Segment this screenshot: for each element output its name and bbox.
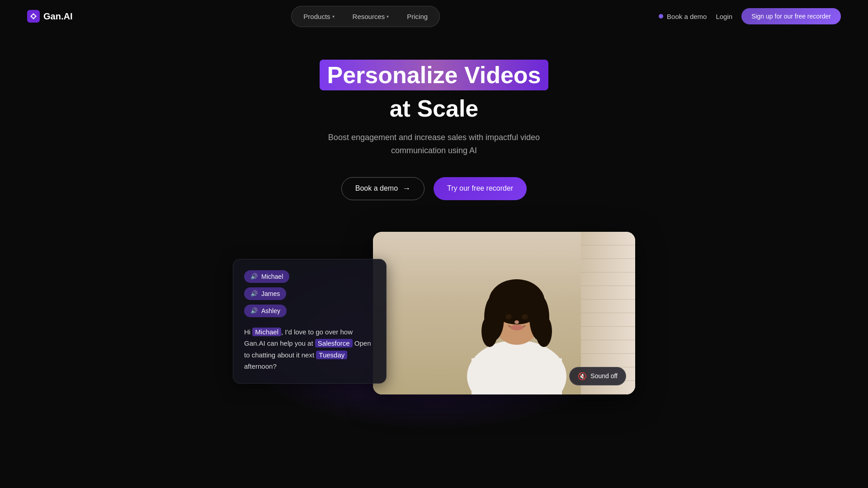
persona-michael-label: Michael: [261, 273, 283, 280]
video-player[interactable]: 🔇 Sound off: [373, 232, 635, 394]
book-demo-label: Book a demo: [355, 184, 398, 192]
blind-slat: [581, 313, 635, 327]
login-button[interactable]: Login: [716, 13, 732, 20]
blind-slat: [581, 300, 635, 313]
nav-resources[interactable]: Resources ▾: [344, 9, 397, 24]
name-highlight: Michael: [252, 328, 281, 336]
sound-icon: 🔊: [250, 290, 258, 297]
person-figure: [453, 241, 580, 394]
nav-menu: Products ▾ Resources ▾ Pricing: [291, 6, 440, 27]
blind-slat: [581, 259, 635, 272]
day-highlight: Tuesday: [316, 351, 347, 359]
hero-title: Personalize Videos at Scale: [9, 60, 859, 122]
end-text: afternoon?: [244, 362, 277, 370]
blind-slat: [581, 354, 635, 367]
blind-slat: [581, 327, 635, 340]
navbar: Gan.AI Products ▾ Resources ▾ Pricing Bo…: [0, 0, 868, 33]
try-recorder-button[interactable]: Try our free recorder: [434, 177, 527, 200]
svg-point-13: [510, 325, 523, 330]
nav-products[interactable]: Products ▾: [295, 9, 342, 24]
persona-card: 🔊 Michael 🔊 James 🔊 Ashley Hi Michael, I…: [233, 259, 387, 384]
chevron-down-icon: ▾: [332, 14, 335, 19]
hero-subtitle: Boost engagement and increase sales with…: [9, 131, 859, 157]
nav-pricing-label: Pricing: [407, 13, 428, 20]
signup-button[interactable]: Sign up for our free recorder: [741, 8, 841, 24]
chevron-down-icon: ▾: [387, 14, 389, 19]
persona-ashley[interactable]: 🔊 Ashley: [244, 305, 287, 317]
blind-slat: [581, 232, 635, 245]
arrow-icon: →: [402, 184, 410, 193]
sound-off-button[interactable]: 🔇 Sound off: [569, 367, 626, 385]
hero-title-main: at Scale: [9, 95, 859, 122]
nav-right: Book a demo Login Sign up for our free r…: [659, 8, 841, 24]
svg-point-10: [536, 315, 552, 347]
blind-slat: [581, 340, 635, 354]
persona-script-text: Hi Michael, I'd love to go over how Gan.…: [244, 326, 375, 372]
persona-james-label: James: [261, 290, 280, 297]
svg-rect-3: [472, 358, 562, 394]
svg-point-9: [481, 315, 498, 347]
logo-text: Gan.AI: [43, 11, 72, 22]
blind-slat: [581, 272, 635, 286]
logo-icon: [27, 10, 40, 23]
svg-point-14: [514, 320, 519, 324]
svg-point-1: [32, 15, 35, 18]
hero-title-highlight: Personalize Videos: [320, 60, 548, 90]
hero-subtitle-line2: communication using AI: [391, 146, 477, 155]
live-dot-icon: [659, 14, 663, 19]
greeting-text: Hi: [244, 328, 252, 336]
svg-point-11: [505, 314, 512, 319]
logo[interactable]: Gan.AI: [27, 10, 72, 23]
nav-products-label: Products: [303, 13, 330, 20]
sound-off-icon: 🔇: [578, 372, 587, 380]
sound-off-label: Sound off: [590, 372, 618, 380]
video-section: 🔊 Michael 🔊 James 🔊 Ashley Hi Michael, I…: [0, 232, 868, 394]
nav-resources-label: Resources: [353, 13, 385, 20]
book-demo-nav-button[interactable]: Book a demo: [659, 13, 707, 20]
nav-pricing[interactable]: Pricing: [399, 9, 436, 24]
book-demo-nav-label: Book a demo: [667, 13, 707, 20]
hero-section: Personalize Videos at Scale Boost engage…: [0, 33, 868, 218]
book-demo-button[interactable]: Book a demo →: [341, 177, 425, 200]
hero-subtitle-line1: Boost engagement and increase sales with…: [328, 133, 540, 142]
company-highlight: Salesforce: [315, 339, 353, 347]
blind-slat: [581, 286, 635, 300]
persona-michael[interactable]: 🔊 Michael: [244, 270, 289, 283]
persona-ashley-label: Ashley: [261, 307, 280, 314]
svg-point-12: [522, 314, 528, 319]
persona-list: 🔊 Michael 🔊 James 🔊 Ashley: [244, 270, 375, 317]
blind-slat: [581, 245, 635, 259]
sound-icon: 🔊: [250, 273, 258, 280]
sound-icon: 🔊: [250, 307, 258, 314]
persona-james[interactable]: 🔊 James: [244, 287, 286, 300]
hero-buttons: Book a demo → Try our free recorder: [9, 177, 859, 200]
